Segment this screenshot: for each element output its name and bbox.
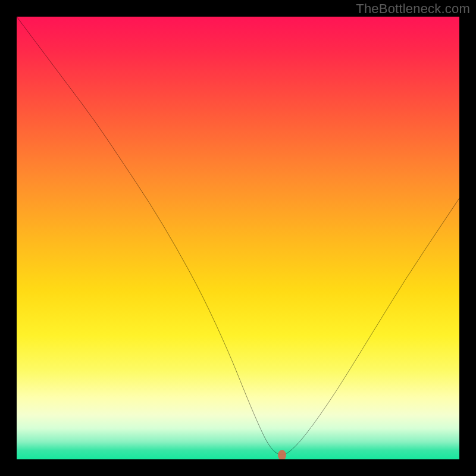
minimum-marker (278, 450, 286, 459)
plot-area (17, 17, 459, 459)
bottleneck-curve (17, 17, 459, 459)
curve-path (17, 17, 459, 455)
watermark-text: TheBottleneck.com (356, 1, 470, 17)
chart-frame: TheBottleneck.com (0, 0, 476, 476)
